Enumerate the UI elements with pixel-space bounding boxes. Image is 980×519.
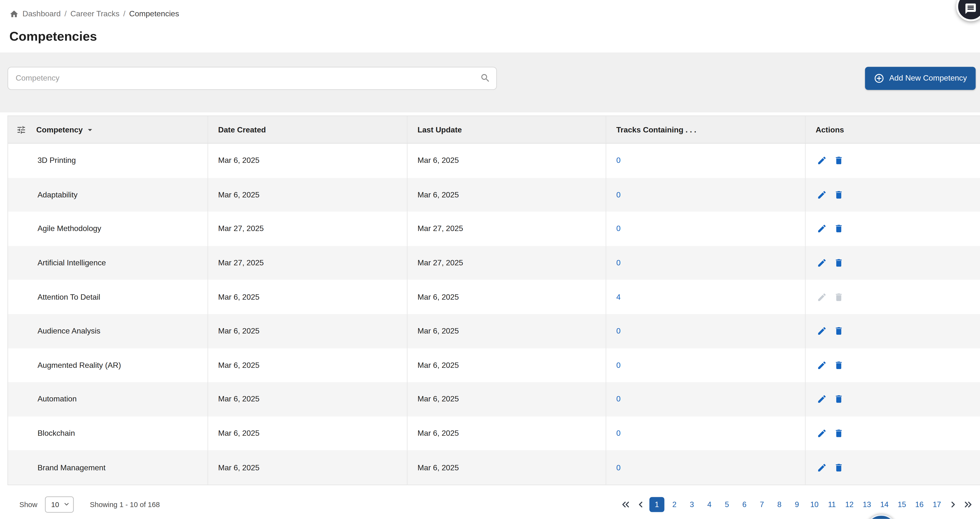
tracks-count-link[interactable]: 4 [616,293,620,302]
delete-button[interactable] [833,359,845,371]
edit-icon [817,292,827,302]
tracks-count-link[interactable]: 0 [616,156,620,165]
edit-button[interactable] [816,290,828,303]
tracks-count-link[interactable]: 0 [616,259,620,267]
delete-button[interactable] [833,290,845,303]
search-box [8,67,497,90]
delete-button[interactable] [833,257,845,269]
pagination-page[interactable]: 13 [859,497,875,512]
table-row: Adaptability Mar 6, 2025 Mar 6, 2025 0 [8,178,980,212]
home-icon[interactable] [9,9,19,18]
add-button-label: Add New Competency [889,74,967,83]
pagination-page[interactable]: 6 [737,497,752,512]
pagination-page[interactable]: 11 [824,497,839,512]
topbar: Dashboard / Career Tracks / Competencies [0,0,980,19]
competency-cell: Audience Analysis [8,314,207,348]
edit-button[interactable] [816,461,828,474]
breadcrumb-career-tracks[interactable]: Career Tracks [70,9,119,18]
page-size-select[interactable]: 10 [45,496,73,513]
tracks-count-link[interactable]: 0 [616,361,620,370]
edit-icon [817,156,827,165]
pagination-page[interactable]: 14 [877,497,892,512]
edit-button[interactable] [816,222,828,235]
delete-button[interactable] [833,427,845,440]
add-new-competency-button[interactable]: Add New Competency [865,67,975,90]
edit-icon [817,326,827,336]
floating-action-button[interactable] [865,514,897,519]
actions-cell [805,450,980,484]
table-footer: Show 10 Showing 1 - 10 of 168 1234567891… [0,495,980,514]
edit-button[interactable] [816,359,828,371]
pagination-page[interactable]: 17 [929,497,944,512]
pagination-page[interactable]: 2 [667,497,682,512]
delete-button[interactable] [833,154,845,167]
pagination-page[interactable]: 7 [754,497,770,512]
edit-button[interactable] [816,393,828,406]
tracks-count-link[interactable]: 0 [616,224,620,233]
last-update-cell: Mar 6, 2025 [407,178,606,212]
tracks-containing-cell: 0 [606,314,805,348]
tracks-containing-cell: 0 [606,144,805,178]
tracks-count-link[interactable]: 0 [616,327,620,335]
tracks-containing-cell: 0 [606,416,805,450]
delete-button[interactable] [833,189,845,201]
pagination-page[interactable]: 8 [772,497,787,512]
competency-cell: Automation [8,382,207,416]
competency-cell: Blockchain [8,416,207,450]
trash-icon [834,394,844,404]
delete-button[interactable] [833,222,845,235]
pagination-page[interactable]: 9 [789,497,805,512]
edit-button[interactable] [816,427,828,440]
date-created-cell: Mar 27, 2025 [208,212,407,246]
search-input[interactable] [8,67,497,90]
chevron-down-icon [63,501,70,508]
trash-icon [834,258,844,268]
next-page-button[interactable] [947,497,960,512]
pagination-page[interactable]: 5 [719,497,734,512]
pagination-page[interactable]: 12 [842,497,857,512]
edit-button[interactable] [816,325,828,337]
competencies-table: Competency Date Created Last Update Trac… [8,116,980,485]
tracks-count-link[interactable]: 0 [616,395,620,404]
actions-cell [805,280,980,314]
pagination-page[interactable]: 10 [807,497,822,512]
last-page-button[interactable] [961,497,975,512]
tracks-count-link[interactable]: 0 [616,463,620,472]
competency-cell: Adaptability [8,178,207,212]
competency-cell: Augmented Reality (AR) [8,348,207,382]
pagination-page[interactable]: 15 [894,497,910,512]
last-update-cell: Mar 6, 2025 [407,144,606,178]
tracks-containing-cell: 0 [606,246,805,280]
pagination-page[interactable]: 4 [702,497,717,512]
delete-button[interactable] [833,393,845,406]
first-page-button[interactable] [619,497,632,512]
date-created-cell: Mar 6, 2025 [208,144,407,178]
column-header-label: Last Update [417,125,462,134]
actions-cell [805,348,980,382]
date-created-cell: Mar 6, 2025 [208,382,407,416]
column-header-competency[interactable]: Competency [8,116,207,143]
previous-page-button[interactable] [634,497,648,512]
filter-columns-icon[interactable] [16,125,26,135]
date-created-cell: Mar 27, 2025 [208,246,407,280]
edit-icon [817,360,827,370]
delete-button[interactable] [833,461,845,474]
last-update-cell: Mar 6, 2025 [407,450,606,484]
delete-button[interactable] [833,325,845,337]
trash-icon [834,224,844,234]
edit-button[interactable] [816,257,828,269]
pagination-page[interactable]: 3 [684,497,700,512]
add-circle-icon [873,73,884,84]
pagination-page[interactable]: 16 [912,497,927,512]
table-row: Blockchain Mar 6, 2025 Mar 6, 2025 0 [8,416,980,450]
breadcrumb-separator: / [65,9,67,18]
edit-button[interactable] [816,189,828,201]
edit-icon [817,190,827,200]
breadcrumb-dashboard[interactable]: Dashboard [22,9,60,18]
edit-button[interactable] [816,154,828,167]
sort-caret-icon[interactable] [85,125,95,135]
tracks-count-link[interactable]: 0 [616,429,620,438]
tracks-count-link[interactable]: 0 [616,190,620,199]
column-header-label: Competency [36,125,83,134]
pagination-page-current[interactable]: 1 [649,497,665,512]
